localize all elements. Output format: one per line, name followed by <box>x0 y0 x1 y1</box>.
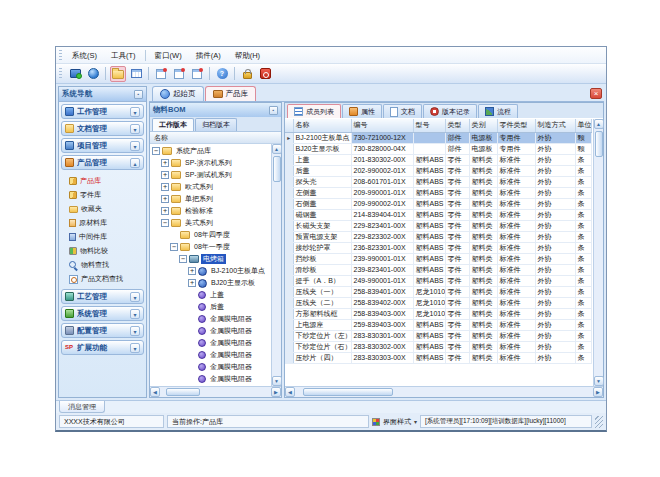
table-vertical-scrollbar[interactable]: ▲ ▼ <box>593 119 603 386</box>
tree-item-9[interactable]: −电烤箱 <box>150 253 271 265</box>
table-cell[interactable]: 部件 <box>445 143 469 154</box>
table-cell[interactable]: 标准件 <box>497 242 535 253</box>
table-cell[interactable]: 条 <box>575 220 591 231</box>
column-header-1[interactable]: 编号 <box>351 119 413 132</box>
message-tab[interactable]: 消息管理 <box>59 401 105 413</box>
table-cell[interactable]: 标准件 <box>497 253 535 264</box>
table-cell[interactable]: 条 <box>575 242 591 253</box>
table-cell[interactable]: 塑料类 <box>469 319 497 330</box>
menu-item-4[interactable]: 帮助(H) <box>228 48 267 63</box>
table-row[interactable]: 接纱轮护罩236-823301-00X塑料ABS零件塑料类标准件外协条 <box>285 242 591 253</box>
table-row[interactable]: 压线夹（一）258-839401-00X尼龙1010零件塑料类标准件外协条 <box>285 286 591 297</box>
table-cell[interactable]: 条 <box>575 187 591 198</box>
table-cell[interactable]: 零件 <box>445 308 469 319</box>
table-cell[interactable]: 201-830302-00X <box>351 154 413 165</box>
tree-item-2[interactable]: +SP-测试机系列 <box>150 169 271 181</box>
table-cell[interactable]: 239-990001-01X <box>351 253 413 264</box>
table-cell[interactable]: 外协 <box>535 330 575 341</box>
tree-vscroll-thumb[interactable] <box>273 156 281 182</box>
table-cell[interactable]: 249-990001-01X <box>351 275 413 286</box>
table-row[interactable]: 左侧盖209-990001-01X塑料ABS零件塑料类标准件外协条 <box>285 187 591 198</box>
table-cell[interactable]: 塑料ABS <box>413 319 445 330</box>
table-cell[interactable]: 塑料类 <box>469 275 497 286</box>
table-cell[interactable]: 外协 <box>535 242 575 253</box>
table-cell[interactable]: 标准件 <box>497 220 535 231</box>
tree-item-18[interactable]: 金属膜电阻器 <box>150 361 271 373</box>
table-cell[interactable]: 标准件 <box>497 209 535 220</box>
column-header-3[interactable]: 类型 <box>445 119 469 132</box>
table-cell[interactable]: 尼龙1010 <box>413 286 445 297</box>
table-cell[interactable]: 214-839404-01X <box>351 209 413 220</box>
table-cell[interactable]: 零件 <box>445 176 469 187</box>
sidebar-item-0[interactable]: 产品库 <box>69 174 144 188</box>
scroll-down-icon[interactable]: ▼ <box>594 376 604 386</box>
table-cell[interactable]: 标准件 <box>497 187 535 198</box>
tree-vertical-scrollbar[interactable]: ▲ ▼ <box>271 144 281 386</box>
sidebar-section-6[interactable]: 配置管理▾ <box>61 323 144 338</box>
ui-style-dropdown[interactable]: 界面样式 ▾ <box>372 417 417 427</box>
table-cell[interactable]: 标准件 <box>497 198 535 209</box>
table-cell[interactable]: 外协 <box>535 352 575 363</box>
bom-tab-0[interactable]: 工作版本 <box>152 118 194 131</box>
table-cell[interactable]: 258-839403-00X <box>351 308 413 319</box>
table-cell[interactable]: 条 <box>575 154 591 165</box>
table-cell[interactable]: 209-990002-01X <box>351 198 413 209</box>
table-cell[interactable]: 塑料ABS <box>413 176 445 187</box>
table-cell[interactable]: 236-823301-00X <box>351 242 413 253</box>
table-cell[interactable]: 零件 <box>445 286 469 297</box>
table-cell[interactable]: 塑料类 <box>469 165 497 176</box>
sidebar-section-7[interactable]: SP扩展功能▾ <box>61 340 144 355</box>
table-cell[interactable]: 外协 <box>535 297 575 308</box>
table-cell[interactable]: 零件 <box>445 319 469 330</box>
table-cell[interactable]: 外协 <box>535 319 575 330</box>
table-vscroll-thumb[interactable] <box>595 131 603 157</box>
table-cell[interactable]: 730-828000-04X <box>351 143 413 154</box>
table-cell[interactable]: 外协 <box>535 176 575 187</box>
menubar-grip-handle[interactable] <box>59 50 62 61</box>
toolbar-button-globe[interactable] <box>85 66 101 82</box>
menu-item-3[interactable]: 插件(A) <box>189 48 228 63</box>
expand-plus-icon[interactable]: + <box>161 195 169 203</box>
toolbar-button-lock[interactable] <box>239 66 255 82</box>
table-cell[interactable]: 零件 <box>445 253 469 264</box>
table-horizontal-scrollbar[interactable]: ◀ ▶ <box>285 386 603 397</box>
table-cell[interactable] <box>413 143 445 154</box>
table-cell[interactable]: 专用件 <box>497 132 535 143</box>
toolbar-grip-handle[interactable] <box>59 68 62 79</box>
tree-item-5[interactable]: +检验标准 <box>150 205 271 217</box>
sidebar-item-3[interactable]: 原材料库 <box>69 216 144 230</box>
table-row[interactable]: 后盖202-990002-01X塑料ABS零件塑料类标准件外协条 <box>285 165 591 176</box>
table-cell[interactable]: 后盖 <box>293 165 351 176</box>
table-cell[interactable]: 塑料类 <box>469 176 497 187</box>
collapse-minus-icon[interactable]: − <box>152 147 160 155</box>
collapse-minus-icon[interactable]: − <box>179 255 187 263</box>
tree-hscroll-thumb[interactable] <box>166 388 200 396</box>
table-cell[interactable]: 零件 <box>445 297 469 308</box>
table-cell[interactable]: 条 <box>575 319 591 330</box>
table-cell[interactable]: 零件 <box>445 220 469 231</box>
table-cell[interactable]: 标准件 <box>497 275 535 286</box>
sidebar-section-0[interactable]: 工作管理▾ <box>61 104 144 119</box>
table-cell[interactable]: 下纱定位片（左） <box>293 330 351 341</box>
table-row[interactable]: 下纱定位片（右）283-830302-00X塑料ABS零件塑料类标准件外协条 <box>285 341 591 352</box>
table-cell[interactable]: 外协 <box>535 264 575 275</box>
table-row[interactable]: 预置电源支架229-823302-00X塑料ABS零件塑料类标准件外协条 <box>285 231 591 242</box>
table-cell[interactable]: 探头壳 <box>293 176 351 187</box>
table-cell[interactable]: 条 <box>575 286 591 297</box>
table-cell[interactable]: 零件 <box>445 154 469 165</box>
scroll-up-icon[interactable]: ▲ <box>272 144 282 154</box>
expand-plus-icon[interactable]: + <box>188 279 196 287</box>
table-cell[interactable]: 塑料ABS <box>413 330 445 341</box>
tree-item-10[interactable]: +BJ-2100主板单点 <box>150 265 271 277</box>
table-cell[interactable]: 条 <box>575 176 591 187</box>
doc-tab-1[interactable]: 产品库 <box>205 86 257 101</box>
table-cell[interactable]: 条 <box>575 297 591 308</box>
table-cell[interactable]: 塑料类 <box>469 297 497 308</box>
toolbar-button-winbadge[interactable] <box>189 66 205 82</box>
sidebar-section-3[interactable]: 产品管理▴ <box>61 155 144 170</box>
table-cell[interactable]: 下纱定位片（右） <box>293 341 351 352</box>
table-cell[interactable]: 提手（A．B） <box>293 275 351 286</box>
table-cell[interactable]: 229-823401-00X <box>351 220 413 231</box>
toolbar-button-monitor[interactable] <box>67 66 83 82</box>
sidebar-item-4[interactable]: 中间件库 <box>69 230 144 244</box>
